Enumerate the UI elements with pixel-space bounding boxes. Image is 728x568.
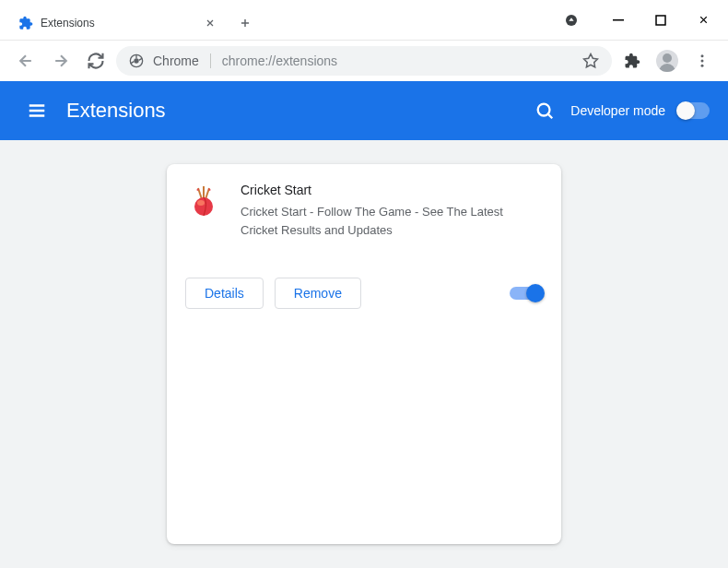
extension-actions: Details Remove — [185, 278, 543, 309]
developer-mode-label: Developer mode — [570, 103, 665, 118]
tab-close-icon[interactable] — [203, 16, 217, 30]
svg-point-12 — [194, 197, 213, 216]
reload-button[interactable] — [81, 46, 111, 76]
svg-point-8 — [538, 104, 550, 116]
svg-point-7 — [701, 65, 704, 67]
omnibox-url: chrome://extensions — [222, 53, 573, 68]
browser-tab[interactable]: Extensions — [7, 6, 229, 40]
omnibox[interactable]: Chrome chrome://extensions — [116, 46, 612, 76]
svg-point-13 — [197, 200, 205, 206]
tab-title: Extensions — [41, 17, 195, 30]
chrome-menu-button[interactable] — [687, 46, 717, 76]
svg-rect-1 — [613, 19, 624, 21]
svg-rect-2 — [656, 16, 665, 25]
minimize-button[interactable] — [597, 6, 640, 35]
profile-avatar[interactable] — [652, 46, 682, 76]
extension-description: Cricket Start - Follow The Game - See Th… — [241, 203, 543, 239]
extension-info-row: Cricket Start Cricket Start - Follow The… — [185, 183, 543, 239]
page-title: Extensions — [66, 99, 526, 123]
svg-point-5 — [701, 54, 704, 57]
details-button[interactable]: Details — [185, 278, 264, 309]
window-titlebar: Extensions — [0, 0, 728, 41]
account-indicator-icon[interactable] — [557, 6, 586, 35]
extension-text-block: Cricket Start Cricket Start - Follow The… — [241, 183, 543, 239]
extension-name: Cricket Start — [241, 183, 543, 197]
extension-enable-toggle[interactable] — [510, 287, 543, 300]
window-controls — [553, 0, 728, 40]
tab-strip: Extensions — [0, 0, 553, 40]
content-area: PC risk.com Cricket Start Cricket Start … — [0, 140, 728, 568]
chrome-icon — [129, 53, 144, 68]
omnibox-divider — [210, 53, 211, 68]
svg-point-6 — [701, 60, 704, 63]
extension-card: Cricket Start Cricket Start - Follow The… — [167, 164, 561, 544]
svg-point-4 — [134, 58, 138, 63]
new-tab-button[interactable] — [232, 10, 258, 36]
remove-button[interactable]: Remove — [275, 278, 361, 309]
svg-line-11 — [205, 188, 209, 199]
extension-icon — [185, 183, 222, 219]
forward-button[interactable] — [46, 46, 76, 76]
hamburger-menu-icon[interactable] — [18, 92, 55, 129]
maximize-button[interactable] — [640, 6, 682, 35]
omnibox-label: Chrome — [153, 53, 199, 68]
search-icon[interactable] — [526, 92, 563, 129]
close-window-button[interactable] — [682, 6, 724, 35]
back-button[interactable] — [11, 46, 41, 76]
developer-mode-toggle[interactable] — [676, 102, 710, 119]
bookmark-star-icon[interactable] — [582, 53, 599, 69]
address-bar: Chrome chrome://extensions — [0, 41, 728, 81]
extensions-toolbar-icon[interactable] — [617, 46, 647, 76]
extensions-favicon-icon — [18, 16, 33, 30]
extensions-header: Extensions Developer mode — [0, 81, 728, 140]
svg-line-9 — [198, 188, 202, 199]
